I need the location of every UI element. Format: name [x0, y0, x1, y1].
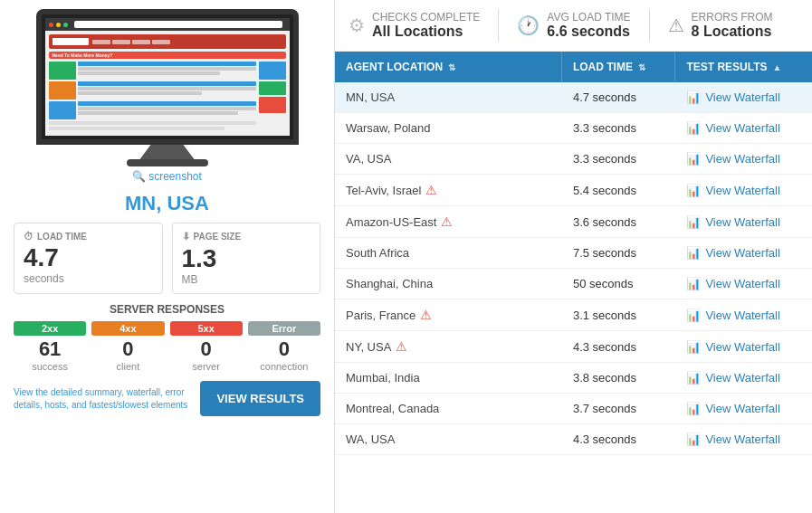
view-waterfall-link[interactable]: View Waterfall: [705, 340, 779, 354]
count-error: 0: [279, 337, 290, 361]
table-row[interactable]: Montreal, Canada3.7 seconds📊View Waterfa…: [335, 394, 812, 424]
screenshot-label: screenshot: [148, 170, 202, 183]
bar-chart-icon: 📊: [686, 340, 701, 354]
td-test-results[interactable]: 📊View Waterfall: [675, 113, 812, 143]
count-2xx: 61: [39, 337, 61, 361]
view-waterfall-link[interactable]: View Waterfall: [705, 90, 779, 104]
table-row[interactable]: Shanghai, China50 seconds📊View Waterfall: [335, 269, 812, 299]
bar-chart-icon: 📊: [686, 184, 701, 197]
table-row[interactable]: Paris, France⚠3.1 seconds📊View Waterfall: [335, 299, 812, 331]
td-test-results[interactable]: 📊View Waterfall: [675, 238, 812, 268]
table-row[interactable]: Tel-Aviv, Israel⚠5.4 seconds📊View Waterf…: [335, 175, 812, 206]
table-row[interactable]: WA, USA4.3 seconds📊View Waterfall: [335, 424, 812, 455]
server-cell-5xx: 5xx 0 server: [170, 321, 243, 372]
td-test-results[interactable]: 📊View Waterfall: [675, 144, 812, 174]
warning-icon-header: ⚠: [668, 14, 684, 36]
th-load-time[interactable]: LOAD TIME ⇅: [562, 52, 675, 82]
load-time-box: ⏱ LOAD TIME 4.7 seconds: [14, 223, 163, 294]
td-test-results[interactable]: 📊View Waterfall: [675, 394, 812, 423]
monitor-screen: Need To Make More Money?: [45, 18, 290, 136]
td-load-time: 3.8 seconds: [562, 363, 675, 393]
view-waterfall-link[interactable]: View Waterfall: [705, 277, 779, 290]
errors-label: ERRORS FROM: [692, 11, 773, 24]
server-cell-error: Error 0 connection: [248, 321, 320, 372]
table-row[interactable]: MN, USA4.7 seconds📊View Waterfall: [335, 82, 812, 113]
bar-chart-icon: 📊: [686, 371, 701, 385]
left-panel: Need To Make More Money?: [0, 0, 335, 513]
page-size-unit: MB: [182, 273, 311, 286]
view-results-button[interactable]: VIEW RESULTS: [200, 381, 320, 416]
screenshot-link[interactable]: 🔍 screenshot: [132, 170, 202, 183]
td-test-results[interactable]: 📊View Waterfall: [675, 424, 812, 454]
metrics-row: ⏱ LOAD TIME 4.7 seconds ⬇ PAGE SIZE 1.3 …: [14, 223, 320, 294]
view-waterfall-link[interactable]: View Waterfall: [705, 215, 779, 229]
td-location: Warsaw, Poland: [335, 113, 562, 143]
td-location: Paris, France⚠: [335, 299, 562, 330]
avg-load-label: AVG LOAD TIME: [547, 11, 630, 24]
td-load-time: 5.4 seconds: [562, 175, 675, 205]
bar-chart-icon: 📊: [686, 215, 701, 229]
td-location: South Africa: [335, 238, 562, 268]
warning-icon: ⚠: [441, 214, 453, 229]
td-test-results[interactable]: 📊View Waterfall: [675, 299, 812, 330]
sublabel-2xx: success: [32, 361, 68, 372]
view-waterfall-link[interactable]: View Waterfall: [705, 402, 779, 415]
bar-chart-icon: 📊: [686, 402, 701, 415]
view-waterfall-link[interactable]: View Waterfall: [705, 152, 779, 166]
view-waterfall-link[interactable]: View Waterfall: [705, 121, 779, 135]
checks-complete-value: All Locations: [372, 24, 480, 40]
badge-2xx: 2xx: [14, 321, 86, 336]
sublabel-error: connection: [260, 361, 308, 372]
badge-error: Error: [248, 321, 320, 336]
view-waterfall-link[interactable]: View Waterfall: [705, 184, 779, 197]
download-icon: ⬇: [182, 231, 190, 242]
badge-4xx: 4xx: [91, 321, 164, 336]
td-load-time: 3.3 seconds: [562, 144, 675, 174]
th-test-results[interactable]: TEST RESULTS ▲: [675, 52, 812, 82]
td-location: Amazon-US-East⚠: [335, 206, 562, 237]
th-agent-location[interactable]: AGENT LOCATION ⇅: [335, 52, 562, 82]
td-location: Shanghai, China: [335, 269, 562, 299]
td-location: MN, USA: [335, 82, 562, 112]
avg-load-group: 🕐 AVG LOAD TIME 6.6 seconds: [517, 11, 630, 40]
td-location: WA, USA: [335, 424, 562, 454]
badge-5xx: 5xx: [170, 321, 243, 336]
page-size-value: 1.3: [182, 246, 311, 271]
sort-icon-load: ⇅: [638, 62, 645, 72]
sublabel-5xx: server: [192, 361, 220, 372]
table-row[interactable]: NY, USA⚠4.3 seconds📊View Waterfall: [335, 331, 812, 363]
table-row[interactable]: Amazon-US-East⚠3.6 seconds📊View Waterfal…: [335, 206, 812, 238]
view-waterfall-link[interactable]: View Waterfall: [705, 246, 779, 260]
td-test-results[interactable]: 📊View Waterfall: [675, 175, 812, 205]
bottom-row: View the detailed summary, waterfall, er…: [14, 381, 320, 416]
page-size-label: ⬇ PAGE SIZE: [182, 231, 311, 242]
checks-complete-group: ⚙ CHECKS COMPLETE All Locations: [349, 11, 480, 40]
warning-icon: ⚠: [420, 308, 432, 322]
count-4xx: 0: [122, 337, 133, 361]
td-test-results[interactable]: 📊View Waterfall: [675, 82, 812, 112]
view-waterfall-link[interactable]: View Waterfall: [705, 432, 779, 446]
td-location: Mumbai, India: [335, 363, 562, 393]
view-waterfall-link[interactable]: View Waterfall: [705, 371, 779, 385]
view-waterfall-link[interactable]: View Waterfall: [705, 309, 779, 322]
table-body: MN, USA4.7 seconds📊View WaterfallWarsaw,…: [335, 82, 812, 513]
location-title: MN, USA: [125, 192, 209, 215]
load-time-unit: seconds: [24, 272, 153, 285]
table-row[interactable]: VA, USA3.3 seconds📊View Waterfall: [335, 144, 812, 175]
server-responses-title: SERVER RESPONSES: [110, 303, 224, 316]
td-test-results[interactable]: 📊View Waterfall: [675, 206, 812, 237]
td-load-time: 50 seconds: [562, 269, 675, 299]
bar-chart-icon: 📊: [686, 121, 701, 135]
td-test-results[interactable]: 📊View Waterfall: [675, 269, 812, 299]
table-row[interactable]: South Africa7.5 seconds📊View Waterfall: [335, 238, 812, 269]
td-load-time: 7.5 seconds: [562, 238, 675, 268]
table-row[interactable]: Mumbai, India3.8 seconds📊View Waterfall: [335, 363, 812, 394]
td-test-results[interactable]: 📊View Waterfall: [675, 363, 812, 393]
right-panel: ⚙ CHECKS COMPLETE All Locations 🕐 AVG LO…: [335, 0, 812, 513]
td-load-time: 3.7 seconds: [562, 394, 675, 423]
load-time-value: 4.7: [24, 245, 153, 271]
td-location: Tel-Aviv, Israel⚠: [335, 175, 562, 205]
server-grid: 2xx 61 success 4xx 0 client 5xx 0 server…: [14, 321, 320, 372]
table-row[interactable]: Warsaw, Poland3.3 seconds📊View Waterfall: [335, 113, 812, 144]
td-test-results[interactable]: 📊View Waterfall: [675, 331, 812, 362]
